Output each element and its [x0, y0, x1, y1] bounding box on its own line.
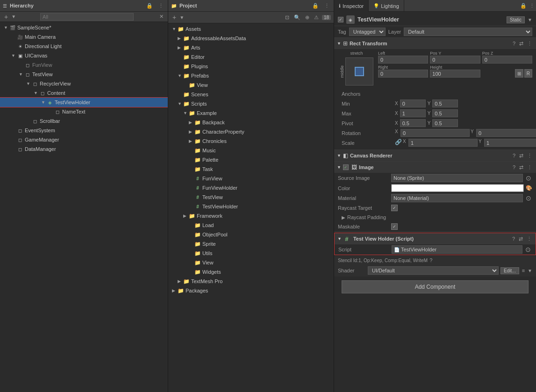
- proj-item-funview-script[interactable]: # FunView: [168, 174, 334, 183]
- proj-item-sprite[interactable]: 📁 Sprite: [168, 239, 334, 249]
- tree-item-testview[interactable]: ▼ ◻ TestView: [0, 70, 168, 79]
- tree-item-scrollbar[interactable]: ◻ Scrollbar: [0, 116, 168, 126]
- height-input[interactable]: [430, 70, 480, 78]
- source-image-picker-btn[interactable]: ⊙: [525, 174, 532, 182]
- posy-input[interactable]: [430, 56, 480, 64]
- shader-list-btn[interactable]: ≡: [521, 268, 526, 273]
- proj-item-assets[interactable]: ▼ 📁 Assets: [168, 24, 334, 34]
- proj-item-music[interactable]: 📁 Music: [168, 146, 334, 155]
- image-menu-btn[interactable]: ⋮: [526, 164, 533, 171]
- scale-x-input[interactable]: [408, 139, 478, 147]
- project-menu-btn[interactable]: ⋮: [323, 2, 331, 9]
- tree-item-recyclerview[interactable]: ▼ ◻ RecyclerView: [0, 79, 168, 88]
- proj-item-plugins[interactable]: 📁 Plugins: [168, 62, 334, 71]
- image-enabled-checkbox[interactable]: ✓: [343, 164, 349, 170]
- posz-input[interactable]: [482, 56, 532, 64]
- color-picker-btn[interactable]: 🎨: [526, 185, 532, 191]
- blueprint-btn[interactable]: ⊞: [515, 69, 523, 78]
- proj-item-testview-script[interactable]: # TestView: [168, 192, 334, 202]
- proj-item-testviewholder-script[interactable]: # TestViewHolder: [168, 202, 334, 211]
- left-input[interactable]: [378, 56, 428, 64]
- image-help-btn[interactable]: ?: [512, 164, 516, 170]
- proj-item-backpack[interactable]: ▶ 📁 Backpack: [168, 118, 334, 127]
- tree-item-gamemanager[interactable]: ◻ GameManager: [0, 135, 168, 144]
- tree-item-content[interactable]: ▼ ◻ Content: [0, 88, 168, 98]
- static-button[interactable]: Static: [507, 16, 525, 23]
- inspector-lock-btn[interactable]: 🔒: [519, 0, 528, 11]
- canvas-renderer-header[interactable]: ▼ ◧ Canvas Renderer ? ⇄ ⋮: [334, 150, 536, 161]
- tag-dropdown[interactable]: Untagged: [349, 28, 386, 36]
- proj-item-framework[interactable]: ▶ 📁 Framework: [168, 211, 334, 221]
- hierarchy-search-input[interactable]: [40, 13, 134, 21]
- max-y-input[interactable]: [432, 109, 458, 117]
- tab-lighting[interactable]: 💡 Lighting: [369, 0, 404, 12]
- rect-transform-settings-btn[interactable]: ⇄: [518, 41, 524, 47]
- tree-item-maincamera[interactable]: 🎥 Main Camera: [0, 32, 168, 42]
- right-input[interactable]: [378, 70, 428, 78]
- color-box[interactable]: [391, 184, 524, 192]
- project-lock-btn[interactable]: 🔒: [311, 2, 320, 9]
- proj-item-packages[interactable]: ▶ 📁 Packages: [168, 286, 334, 295]
- hierarchy-add-btn[interactable]: +: [3, 13, 9, 21]
- inspector-menu-btn[interactable]: ⋮: [528, 0, 536, 11]
- layer-dropdown[interactable]: Default: [404, 28, 532, 36]
- proj-item-utils[interactable]: 📁 Utils: [168, 249, 334, 258]
- proj-item-scenes[interactable]: 📁 Scenes: [168, 90, 334, 99]
- tree-item-nametext[interactable]: ◻ NameText: [0, 107, 168, 116]
- test-view-holder-settings-btn[interactable]: ⇄: [518, 236, 524, 242]
- hierarchy-menu-btn[interactable]: ⋮: [157, 2, 165, 9]
- script-field[interactable]: 📄 TestViewHolder: [392, 245, 522, 254]
- maskable-checkbox[interactable]: ✓: [391, 223, 398, 230]
- rect-transform-menu-btn[interactable]: ⋮: [526, 41, 533, 47]
- proj-item-load[interactable]: 📁 Load: [168, 221, 334, 230]
- raycast-target-checkbox[interactable]: ✓: [391, 205, 398, 211]
- tree-item-uicanvas[interactable]: ▼ ▣ UICanvas: [0, 51, 168, 60]
- tree-item-directionallight[interactable]: ☀ Directional Light: [0, 42, 168, 51]
- rect-transform-header[interactable]: ▼ ⊞ Rect Transform ? ⇄ ⋮: [334, 38, 536, 49]
- proj-item-editor[interactable]: 📁 Editor: [168, 52, 334, 62]
- pivot-x-input[interactable]: [400, 119, 426, 127]
- proj-item-objectpool[interactable]: 📁 ObjectPool: [168, 230, 334, 239]
- object-active-checkbox[interactable]: ✓: [338, 17, 343, 22]
- proj-item-prefabs[interactable]: ▼ 📁 Prefabs: [168, 71, 334, 80]
- edit-shader-btn[interactable]: Edit...: [500, 267, 519, 274]
- rect-transform-help-btn[interactable]: ?: [512, 41, 516, 46]
- rotation-x-input[interactable]: [400, 129, 470, 137]
- image-header[interactable]: ▼ ✓ 🖼 Image ? ⇄ ⋮: [334, 162, 536, 173]
- proj-item-funviewholder-script[interactable]: # FunViewHolder: [168, 183, 334, 192]
- tree-item-funview[interactable]: ◻ FunView: [0, 60, 168, 70]
- hierarchy-search-clear[interactable]: ✕: [158, 13, 165, 20]
- min-x-input[interactable]: [400, 100, 426, 107]
- project-search-btn[interactable]: 🔍: [293, 14, 302, 21]
- test-view-holder-menu-btn[interactable]: ⋮: [526, 236, 533, 242]
- tree-item-samplescene[interactable]: ▼ 🎬 SampleScene*: [0, 23, 168, 32]
- tree-item-testviewholder[interactable]: ▼ ◈ TestViewHolder: [0, 98, 168, 107]
- material-picker-btn[interactable]: ⊙: [525, 194, 532, 202]
- anchor-diagram[interactable]: [345, 57, 373, 86]
- source-image-field[interactable]: None (Sprite): [391, 174, 523, 182]
- project-warn-btn[interactable]: ⚠: [313, 14, 320, 21]
- material-field[interactable]: None (Material): [391, 194, 523, 202]
- hierarchy-lock-btn[interactable]: 🔒: [145, 2, 154, 9]
- proj-item-scripts[interactable]: ▼ 📁 Scripts: [168, 99, 334, 108]
- proj-item-view-script[interactable]: 📁 View: [168, 258, 334, 267]
- canvas-renderer-menu-btn[interactable]: ⋮: [526, 153, 533, 159]
- script-picker-btn[interactable]: ⊙: [524, 246, 532, 253]
- shader-dropdown[interactable]: UI/Default: [368, 266, 499, 275]
- project-show-btn[interactable]: ⊡: [284, 14, 291, 21]
- proj-item-addressable[interactable]: ▶ 📁 AddressableAssetsData: [168, 34, 334, 43]
- max-x-input[interactable]: [400, 109, 426, 117]
- tree-item-datamanager[interactable]: ◻ DataManager: [0, 144, 168, 154]
- proj-item-chronicles[interactable]: ▶ 📁 Chronicles: [168, 136, 334, 146]
- proj-item-task[interactable]: 📁 Task: [168, 164, 334, 174]
- tree-item-eventsystem[interactable]: ◻ EventSystem: [0, 126, 168, 135]
- r-btn[interactable]: R: [524, 69, 532, 78]
- scale-y-input[interactable]: [484, 139, 536, 147]
- canvas-renderer-help-btn[interactable]: ?: [512, 153, 516, 158]
- proj-item-charprop[interactable]: ▶ 📁 CharacterProperty: [168, 127, 334, 136]
- proj-item-arts[interactable]: ▶ 📁 Arts: [168, 43, 334, 52]
- rotation-y-input[interactable]: [476, 129, 536, 137]
- proj-item-palette[interactable]: 📁 Palette: [168, 155, 334, 164]
- test-view-holder-header[interactable]: ▼ # Test View Holder (Script) ? ⇄ ⋮: [335, 233, 536, 244]
- add-component-button[interactable]: Add Component: [342, 280, 529, 293]
